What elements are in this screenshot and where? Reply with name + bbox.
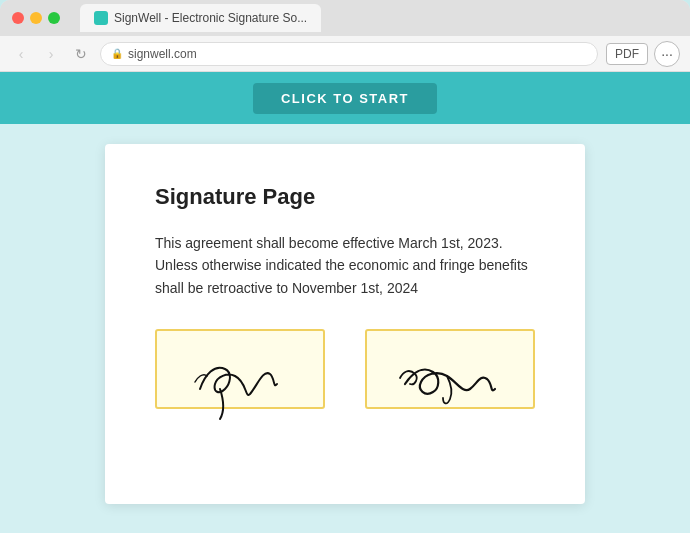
refresh-button[interactable]: ↻ [70,43,92,65]
browser-content: CLICK TO START Signature Page This agree… [0,72,690,533]
document-body: This agreement shall become effective Ma… [155,232,535,299]
more-options-button[interactable]: ··· [654,41,680,67]
back-button[interactable]: ‹ [10,43,32,65]
tab-area: SignWell - Electronic Signature So... [80,4,678,32]
document-title: Signature Page [155,184,535,210]
tab-title: SignWell - Electronic Signature So... [114,11,307,25]
signature-image-1 [175,334,305,424]
pdf-button[interactable]: PDF [606,43,648,65]
close-button[interactable] [12,12,24,24]
document-page: Signature Page This agreement shall beco… [105,144,585,504]
start-button[interactable]: CLICK TO START [253,83,437,114]
address-bar[interactable]: 🔒 signwell.com [100,42,598,66]
tab-favicon [94,11,108,25]
document-area: Signature Page This agreement shall beco… [0,124,690,524]
signature-image-2 [385,334,515,424]
signature-box-2[interactable] [365,329,535,409]
forward-button[interactable]: › [40,43,62,65]
start-banner: CLICK TO START [0,72,690,124]
browser-toolbar: ‹ › ↻ 🔒 signwell.com PDF ··· [0,36,690,72]
signature-box-1[interactable] [155,329,325,409]
toolbar-right: PDF ··· [606,41,680,67]
traffic-lights [12,12,60,24]
address-text: signwell.com [128,47,197,61]
minimize-button[interactable] [30,12,42,24]
signature-area [155,329,535,409]
active-tab[interactable]: SignWell - Electronic Signature So... [80,4,321,32]
titlebar: SignWell - Electronic Signature So... [0,0,690,36]
maximize-button[interactable] [48,12,60,24]
lock-icon: 🔒 [111,48,123,59]
